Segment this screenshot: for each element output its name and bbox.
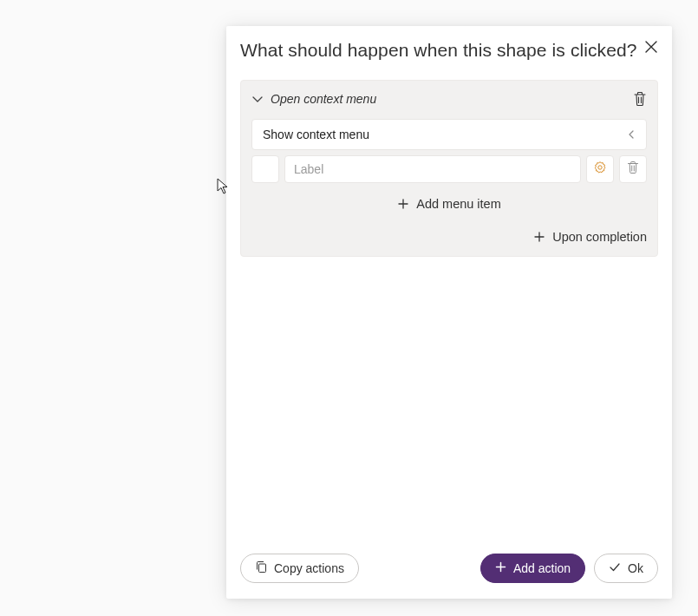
dialog-panel: What should happen when this shape is cl… bbox=[226, 26, 672, 599]
close-button[interactable] bbox=[641, 36, 662, 57]
copy-actions-button[interactable]: Copy actions bbox=[240, 554, 359, 583]
add-action-label: Add action bbox=[513, 561, 571, 575]
chevron-down-icon bbox=[251, 93, 264, 105]
action-type-select[interactable]: Show context menu bbox=[251, 119, 647, 150]
footer-right-group: Add action Ok bbox=[480, 554, 658, 583]
menu-item-delete-button[interactable] bbox=[619, 155, 647, 183]
action-header[interactable]: Open context menu bbox=[251, 91, 647, 107]
plus-icon bbox=[495, 561, 506, 575]
copy-icon bbox=[255, 560, 267, 576]
trash-icon bbox=[627, 161, 639, 178]
menu-item-row bbox=[251, 155, 647, 183]
ok-label: Ok bbox=[628, 561, 643, 575]
upon-completion-label: Upon completion bbox=[552, 230, 647, 244]
trash-icon bbox=[633, 91, 647, 107]
menu-item-icon-picker[interactable] bbox=[251, 155, 279, 183]
add-menu-item-button[interactable]: Add menu item bbox=[251, 197, 647, 211]
dialog-footer: Copy actions Add action Ok bbox=[240, 554, 658, 583]
action-name: Open context menu bbox=[271, 92, 626, 106]
chevron-left-icon bbox=[627, 128, 636, 141]
dialog-header: What should happen when this shape is cl… bbox=[240, 40, 658, 76]
gear-icon bbox=[593, 161, 607, 178]
action-type-label: Show context menu bbox=[263, 128, 627, 141]
copy-actions-label: Copy actions bbox=[274, 561, 344, 575]
plus-icon bbox=[397, 198, 409, 210]
menu-item-settings-button[interactable] bbox=[586, 155, 614, 183]
add-menu-item-label: Add menu item bbox=[416, 197, 501, 211]
ok-button[interactable]: Ok bbox=[594, 554, 658, 583]
dialog-title: What should happen when this shape is cl… bbox=[240, 40, 658, 61]
close-icon bbox=[644, 40, 658, 54]
svg-point-0 bbox=[598, 166, 602, 169]
add-action-button[interactable]: Add action bbox=[480, 554, 585, 583]
delete-action-button[interactable] bbox=[633, 91, 647, 107]
upon-completion-button[interactable]: Upon completion bbox=[251, 230, 647, 244]
menu-item-label-input[interactable] bbox=[284, 155, 581, 183]
svg-rect-1 bbox=[259, 564, 266, 573]
check-icon bbox=[609, 561, 621, 575]
plus-icon bbox=[533, 231, 545, 243]
action-block: Open context menu Show context menu bbox=[240, 80, 658, 257]
